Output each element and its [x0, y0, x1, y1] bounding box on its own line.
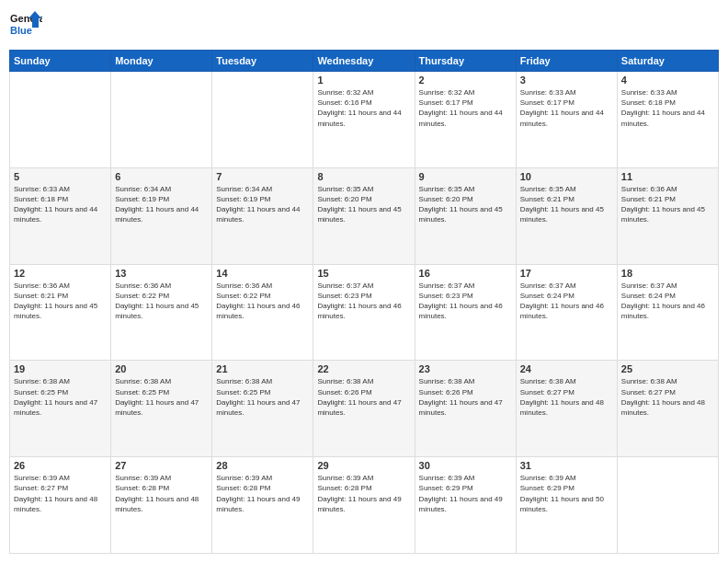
col-monday: Monday: [111, 51, 212, 72]
day-number: 4: [621, 75, 714, 86]
day-number: 6: [115, 171, 208, 182]
day-number: 29: [317, 460, 410, 471]
table-row: 26Sunrise: 6:39 AM Sunset: 6:27 PM Dayli…: [10, 457, 111, 554]
calendar-week-row: 5Sunrise: 6:33 AM Sunset: 6:18 PM Daylig…: [10, 167, 719, 264]
day-info: Sunrise: 6:39 AM Sunset: 6:29 PM Dayligh…: [520, 473, 613, 514]
table-row: 17Sunrise: 6:37 AM Sunset: 6:24 PM Dayli…: [516, 264, 617, 361]
col-thursday: Thursday: [415, 51, 516, 72]
col-saturday: Saturday: [617, 51, 718, 72]
day-number: 19: [14, 363, 107, 374]
day-number: 9: [419, 171, 512, 182]
calendar-table: Sunday Monday Tuesday Wednesday Thursday…: [9, 50, 719, 554]
day-number: 15: [317, 268, 410, 279]
day-number: 10: [520, 171, 613, 182]
day-info: Sunrise: 6:37 AM Sunset: 6:24 PM Dayligh…: [621, 281, 714, 322]
day-number: 23: [419, 363, 512, 374]
day-number: 17: [520, 268, 613, 279]
day-info: Sunrise: 6:35 AM Sunset: 6:20 PM Dayligh…: [419, 184, 512, 225]
day-number: 27: [115, 460, 208, 471]
table-row: 21Sunrise: 6:38 AM Sunset: 6:25 PM Dayli…: [212, 361, 313, 457]
table-row: 9Sunrise: 6:35 AM Sunset: 6:20 PM Daylig…: [415, 167, 516, 264]
calendar-week-row: 26Sunrise: 6:39 AM Sunset: 6:27 PM Dayli…: [10, 457, 719, 554]
day-number: 18: [621, 268, 714, 279]
table-row: 27Sunrise: 6:39 AM Sunset: 6:28 PM Dayli…: [111, 457, 212, 554]
logo: General Blue: [9, 9, 42, 42]
day-info: Sunrise: 6:37 AM Sunset: 6:23 PM Dayligh…: [317, 281, 410, 322]
day-info: Sunrise: 6:33 AM Sunset: 6:17 PM Dayligh…: [520, 87, 613, 129]
day-info: Sunrise: 6:36 AM Sunset: 6:22 PM Dayligh…: [115, 281, 208, 322]
col-sunday: Sunday: [10, 51, 111, 72]
day-number: 1: [317, 75, 410, 86]
day-info: Sunrise: 6:39 AM Sunset: 6:29 PM Dayligh…: [419, 473, 512, 514]
day-number: 14: [216, 268, 309, 279]
table-row: 14Sunrise: 6:36 AM Sunset: 6:22 PM Dayli…: [212, 264, 313, 361]
logo-svg: General Blue: [9, 9, 42, 42]
day-info: Sunrise: 6:35 AM Sunset: 6:21 PM Dayligh…: [520, 184, 613, 225]
table-row: 4Sunrise: 6:33 AM Sunset: 6:18 PM Daylig…: [617, 72, 718, 168]
day-number: 20: [115, 363, 208, 374]
day-info: Sunrise: 6:38 AM Sunset: 6:26 PM Dayligh…: [419, 376, 512, 418]
table-row: [10, 72, 111, 168]
day-info: Sunrise: 6:38 AM Sunset: 6:25 PM Dayligh…: [14, 376, 107, 418]
day-number: 5: [14, 171, 107, 182]
day-number: 7: [216, 171, 309, 182]
day-info: Sunrise: 6:32 AM Sunset: 6:17 PM Dayligh…: [419, 87, 512, 129]
day-number: 13: [115, 268, 208, 279]
header: General Blue: [9, 9, 719, 42]
calendar-week-row: 12Sunrise: 6:36 AM Sunset: 6:21 PM Dayli…: [10, 264, 719, 361]
table-row: 2Sunrise: 6:32 AM Sunset: 6:17 PM Daylig…: [415, 72, 516, 168]
day-number: 21: [216, 363, 309, 374]
table-row: 31Sunrise: 6:39 AM Sunset: 6:29 PM Dayli…: [516, 457, 617, 554]
table-row: [617, 457, 718, 554]
day-number: 24: [520, 363, 613, 374]
table-row: 28Sunrise: 6:39 AM Sunset: 6:28 PM Dayli…: [212, 457, 313, 554]
day-info: Sunrise: 6:35 AM Sunset: 6:20 PM Dayligh…: [317, 184, 410, 225]
table-row: 6Sunrise: 6:34 AM Sunset: 6:19 PM Daylig…: [111, 167, 212, 264]
day-number: 25: [621, 363, 714, 374]
day-number: 3: [520, 75, 613, 86]
calendar-week-row: 1Sunrise: 6:32 AM Sunset: 6:16 PM Daylig…: [10, 72, 719, 168]
table-row: 13Sunrise: 6:36 AM Sunset: 6:22 PM Dayli…: [111, 264, 212, 361]
table-row: 22Sunrise: 6:38 AM Sunset: 6:26 PM Dayli…: [313, 361, 415, 457]
day-number: 22: [317, 363, 410, 374]
day-info: Sunrise: 6:39 AM Sunset: 6:28 PM Dayligh…: [216, 473, 309, 514]
svg-text:Blue: Blue: [10, 25, 32, 36]
table-row: 10Sunrise: 6:35 AM Sunset: 6:21 PM Dayli…: [516, 167, 617, 264]
day-info: Sunrise: 6:38 AM Sunset: 6:25 PM Dayligh…: [115, 376, 208, 418]
day-info: Sunrise: 6:34 AM Sunset: 6:19 PM Dayligh…: [115, 184, 208, 225]
table-row: 12Sunrise: 6:36 AM Sunset: 6:21 PM Dayli…: [10, 264, 111, 361]
col-tuesday: Tuesday: [212, 51, 313, 72]
day-number: 16: [419, 268, 512, 279]
calendar-header-row: Sunday Monday Tuesday Wednesday Thursday…: [10, 51, 719, 72]
table-row: 7Sunrise: 6:34 AM Sunset: 6:19 PM Daylig…: [212, 167, 313, 264]
table-row: 20Sunrise: 6:38 AM Sunset: 6:25 PM Dayli…: [111, 361, 212, 457]
table-row: 1Sunrise: 6:32 AM Sunset: 6:16 PM Daylig…: [313, 72, 415, 168]
day-info: Sunrise: 6:36 AM Sunset: 6:22 PM Dayligh…: [216, 281, 309, 322]
table-row: 8Sunrise: 6:35 AM Sunset: 6:20 PM Daylig…: [313, 167, 415, 264]
day-info: Sunrise: 6:39 AM Sunset: 6:28 PM Dayligh…: [317, 473, 410, 514]
table-row: [212, 72, 313, 168]
table-row: 15Sunrise: 6:37 AM Sunset: 6:23 PM Dayli…: [313, 264, 415, 361]
day-info: Sunrise: 6:38 AM Sunset: 6:27 PM Dayligh…: [621, 376, 714, 418]
day-number: 31: [520, 460, 613, 471]
day-info: Sunrise: 6:36 AM Sunset: 6:21 PM Dayligh…: [14, 281, 107, 322]
col-friday: Friday: [516, 51, 617, 72]
table-row: 16Sunrise: 6:37 AM Sunset: 6:23 PM Dayli…: [415, 264, 516, 361]
day-info: Sunrise: 6:39 AM Sunset: 6:27 PM Dayligh…: [14, 473, 107, 514]
day-info: Sunrise: 6:36 AM Sunset: 6:21 PM Dayligh…: [621, 184, 714, 225]
table-row: 23Sunrise: 6:38 AM Sunset: 6:26 PM Dayli…: [415, 361, 516, 457]
day-number: 11: [621, 171, 714, 182]
day-number: 28: [216, 460, 309, 471]
day-info: Sunrise: 6:38 AM Sunset: 6:27 PM Dayligh…: [520, 376, 613, 418]
table-row: 19Sunrise: 6:38 AM Sunset: 6:25 PM Dayli…: [10, 361, 111, 457]
table-row: 3Sunrise: 6:33 AM Sunset: 6:17 PM Daylig…: [516, 72, 617, 168]
day-number: 26: [14, 460, 107, 471]
day-info: Sunrise: 6:38 AM Sunset: 6:25 PM Dayligh…: [216, 376, 309, 418]
day-info: Sunrise: 6:37 AM Sunset: 6:24 PM Dayligh…: [520, 281, 613, 322]
page: General Blue Sunday Monday Tuesday Wedne…: [0, 0, 728, 563]
table-row: 30Sunrise: 6:39 AM Sunset: 6:29 PM Dayli…: [415, 457, 516, 554]
day-number: 2: [419, 75, 512, 86]
day-info: Sunrise: 6:39 AM Sunset: 6:28 PM Dayligh…: [115, 473, 208, 514]
day-number: 12: [14, 268, 107, 279]
table-row: [111, 72, 212, 168]
